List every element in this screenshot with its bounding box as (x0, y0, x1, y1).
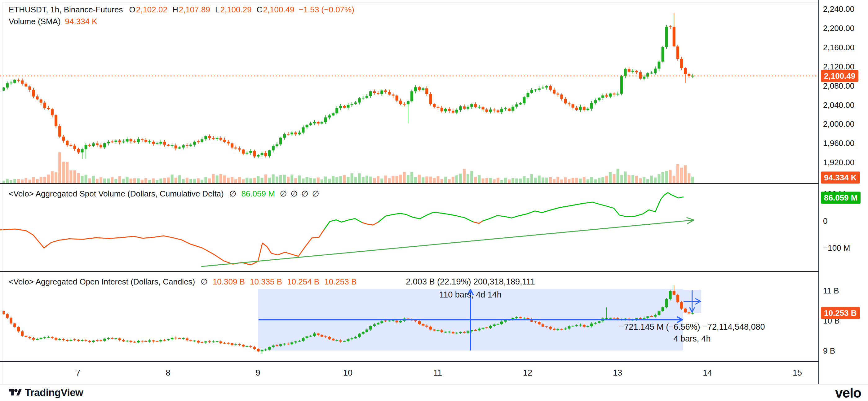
cvd-value-badge: 86.059 M (821, 192, 861, 204)
legend-part: ∅ (301, 189, 308, 198)
price-tick-label: 2,080.00 (823, 81, 855, 91)
price-tick-label: 2,160.00 (823, 42, 855, 52)
legend-part: L (215, 5, 219, 14)
legend-part: ∅ (229, 189, 237, 198)
tradingview-wordmark: TradingView (25, 387, 83, 399)
time-tick-label: 7 (75, 368, 80, 378)
plot-frame-left (2, 2, 3, 384)
legend-part: 10.335 B (250, 277, 282, 286)
price-tick-label: −100 M (823, 243, 850, 253)
price-tick-label: 1,920.00 (823, 158, 855, 167)
measure-label-value: −721.145 M (−6.56%) −72,114,548,080 (619, 322, 765, 332)
legend-part: ∅ (290, 189, 298, 198)
legend-part: ∅ (280, 189, 287, 198)
price-tick-label: 2,040.00 (823, 100, 855, 110)
price-tick-label: 9 B (823, 346, 835, 356)
legend-part: C (257, 5, 262, 14)
price-candles (2, 13, 694, 159)
panel-separator-2[interactable] (0, 271, 868, 272)
volume-bars (2, 152, 694, 183)
price-value-badge: 10.253 B (821, 307, 860, 319)
time-tick-label: 13 (613, 368, 622, 378)
price-tick-label: 2,000.00 (823, 119, 855, 129)
legend-part: 10.309 B (213, 277, 245, 286)
legend-part: 10.253 B (324, 277, 356, 286)
legend-open-interest[interactable]: <Velo> Aggregated Open Interest (Dollars… (9, 277, 356, 286)
price-tick-label: 11 B (823, 286, 839, 296)
legend-part: −1.53 (−0.07%) (299, 5, 354, 14)
tradingview-icon (9, 388, 22, 398)
legend-symbol-ohlc[interactable]: ETHUSDT, 1h, Binance-FuturesO2,102.02H2,… (9, 5, 354, 14)
legend-part: 94.334 K (65, 17, 97, 26)
time-scale[interactable]: 789101112131415 (0, 363, 818, 384)
legend-volume[interactable]: Volume (SMA)94.334 K (9, 17, 97, 26)
price-tick-label: 2,240.00 (823, 4, 855, 14)
measure-label-bars: 4 bars, 4h (673, 334, 711, 343)
price-tick-label: 1,960.00 (823, 138, 855, 148)
legend-spot-volume-cvd[interactable]: <Velo> Aggregated Spot Volume (Dollars, … (9, 189, 319, 198)
legend-part: <Velo> Aggregated Open Interest (Dollars… (9, 277, 195, 286)
price-tick-label: 2,200.00 (823, 24, 855, 33)
panel-separator-3 (0, 361, 868, 362)
trading-chart-window: 2.003 B (22.19%) 200,318,189,111110 bars… (0, 0, 868, 401)
time-tick-label: 11 (433, 368, 442, 378)
measure-label-bars: 110 bars, 4d 14h (439, 290, 502, 299)
plot-frame-top (2, 2, 818, 3)
tradingview-logo[interactable]: TradingView (9, 387, 83, 399)
legend-part: 2,107.89 (179, 5, 210, 14)
legend-part: O (129, 5, 135, 14)
price-value-badge: 94.334 K (821, 172, 860, 184)
legend-part: 10.254 B (287, 277, 319, 286)
time-tick-label: 12 (523, 368, 532, 378)
time-tick-label: 9 (255, 368, 260, 378)
legend-part: Volume (SMA) (9, 17, 61, 26)
legend-part: 86.059 M (241, 189, 275, 198)
time-tick-label: 14 (703, 368, 712, 378)
price-value-badge: 2,100.49 (821, 70, 858, 82)
trend-arrow[interactable] (201, 218, 694, 267)
price-tick-label: 0 (823, 216, 827, 226)
velo-logo: velo (835, 385, 861, 401)
legend-part: ETHUSDT, 1h, Binance-Futures (9, 5, 123, 14)
panel-separator-1[interactable] (0, 183, 868, 184)
footer-bar: TradingView velo (0, 384, 868, 401)
time-tick-label: 8 (165, 368, 170, 378)
measure-label-value: 2.003 B (22.19%) 200,318,189,111 (406, 277, 535, 286)
legend-part: ∅ (200, 277, 208, 286)
legend-part: <Velo> Aggregated Spot Volume (Dollars, … (9, 189, 224, 198)
time-tick-label: 15 (793, 368, 802, 378)
legend-part: 2,102.02 (136, 5, 167, 14)
cvd-line[interactable] (0, 193, 683, 265)
legend-part: 2,100.29 (220, 5, 251, 14)
time-tick-label: 10 (343, 368, 352, 378)
legend-part: H (173, 5, 178, 14)
price-scale[interactable]: 2,240.002,200.002,160.002,120.002,080.00… (819, 0, 868, 384)
legend-part: ∅ (312, 189, 319, 198)
legend-part: 2,100.49 (263, 5, 294, 14)
